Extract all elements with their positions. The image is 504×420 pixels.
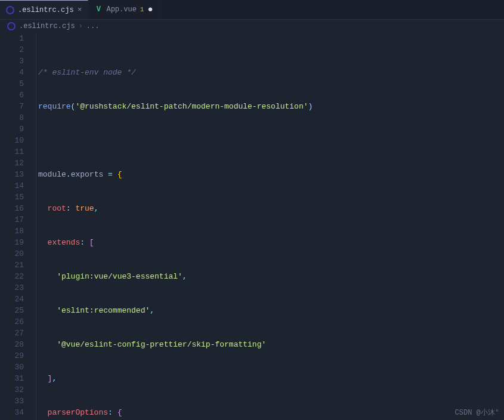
breadcrumb[interactable]: .eslintrc.cjs › ... [0,20,504,33]
breadcrumb-more: ... [86,22,100,30]
tab-app-vue[interactable]: V App.vue 1 ● [88,0,159,19]
tab-label: .eslintrc.cjs [18,6,74,14]
close-icon[interactable]: × [78,5,82,14]
tab-eslintrc[interactable]: .eslintrc.cjs × [0,0,88,19]
eslint-icon [7,22,16,30]
line-numbers: 1234567891011121314151617181920212223242… [0,33,36,420]
chevron-right-icon: › [79,22,83,30]
watermark: CSDN @小沐° [455,407,499,418]
tab-label: App.vue [106,5,136,14]
vue-icon: V [94,5,103,14]
editor-tabs: .eslintrc.cjs × V App.vue 1 ● [0,0,504,20]
code-editor[interactable]: 1234567891011121314151617181920212223242… [0,33,504,420]
dirty-dot-icon: ● [147,5,153,15]
modified-badge: 1 [140,6,144,13]
eslint-icon [6,6,14,14]
code-content[interactable]: /* eslint-env node */ require('@rushstac… [36,33,504,420]
breadcrumb-file: .eslintrc.cjs [19,22,75,30]
